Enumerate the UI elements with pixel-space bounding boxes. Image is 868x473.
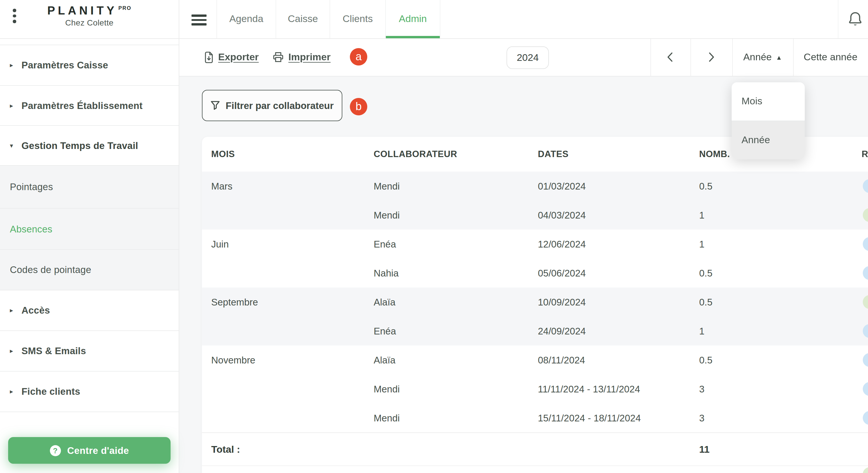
period-selector-button[interactable]: Année ▲ (732, 38, 793, 76)
year-display[interactable]: 2024 (506, 46, 549, 69)
status-dot-blue (863, 237, 868, 251)
export-button[interactable]: Exporter (204, 38, 259, 76)
sidebar-item-parametres-caisse[interactable]: ▸Paramètres Caisse (0, 45, 179, 86)
collaborator-cell: Mendi (374, 403, 400, 432)
sidebar-item-fiche-clients[interactable]: ▸Fiche clients (0, 372, 179, 412)
table-body: MarsMendi01/03/20240.5Mendi04/03/20241Ju… (202, 172, 868, 432)
days-count-cell: 0.5 (699, 259, 713, 288)
dates-cell: 01/03/2024 (538, 172, 586, 201)
table-total-row: Total : 11 (202, 432, 868, 466)
month-cell: Mars (211, 172, 232, 201)
print-label: Imprimer (288, 51, 331, 63)
collaborator-cell: Mendi (374, 201, 400, 230)
table-row[interactable]: Mendi15/11/2024 - 18/11/20243 (202, 403, 868, 432)
tab-agenda[interactable]: Agenda (216, 0, 276, 38)
table-row[interactable]: Nahia05/06/20240.5 (202, 259, 868, 288)
period-selector-label: Année (743, 51, 772, 63)
sidebar-border (179, 0, 179, 473)
collaborator-cell: Enéa (374, 316, 396, 345)
next-period-button[interactable] (708, 52, 715, 62)
days-count-cell: 0.5 (699, 172, 713, 201)
days-count-cell: 3 (699, 374, 704, 403)
annotation-marker-b: b (350, 98, 367, 115)
status-dot-blue (863, 179, 868, 193)
top-header: PLANITYPRO Chez Colette Agenda Caisse Cl… (0, 0, 868, 39)
sidebar-item-sms-emails[interactable]: ▸SMS & Emails (0, 331, 179, 372)
dropdown-option-annee[interactable]: Année (732, 121, 805, 159)
sidebar-item-label: Fiche clients (22, 386, 80, 397)
period-dropdown-menu: Mois Année (732, 82, 805, 159)
filter-by-collaborator-button[interactable]: Filtrer par collaborateur (202, 90, 342, 121)
tab-caisse[interactable]: Caisse (276, 0, 330, 38)
table-row[interactable]: Enéa24/09/20241 (202, 316, 868, 345)
chevron-right-icon: ▸ (10, 307, 16, 314)
dates-cell: 24/09/2024 (538, 316, 586, 345)
notifications-bell-icon[interactable] (848, 10, 863, 28)
hamburger-menu-icon[interactable] (191, 14, 207, 25)
column-header-nombre: NOMB. (699, 137, 730, 172)
status-dot-blue (863, 324, 868, 338)
sidebar-item-gestion-temps-de-travail[interactable]: ▾Gestion Temps de Travail (0, 126, 179, 166)
report-toolbar: Exporter Imprimer a 2024 Année ▲ Cette a… (179, 38, 868, 76)
month-cell: Juin (211, 230, 229, 259)
file-download-icon (204, 51, 214, 63)
annotation-marker-a: a (350, 48, 367, 66)
column-header-r: R (862, 137, 868, 172)
this-year-button[interactable]: Cette année (793, 38, 868, 76)
sidebar-item-pointages[interactable]: Pointages (0, 166, 179, 209)
dates-cell: 11/11/2024 - 13/11/2024 (538, 374, 640, 403)
chevron-right-icon: ▸ (10, 102, 16, 109)
dates-cell: 10/09/2024 (538, 288, 586, 316)
toolbar-divider (690, 38, 691, 76)
filter-button-label: Filtrer par collaborateur (226, 100, 334, 111)
filter-funnel-icon (211, 101, 220, 110)
sidebar-item-label: Codes de pointage (10, 264, 91, 275)
table-row[interactable]: Mendi04/03/20241 (202, 201, 868, 230)
question-mark-icon: ? (50, 445, 61, 456)
export-label: Exporter (218, 51, 259, 63)
sidebar-item-label: Pointages (10, 181, 53, 193)
table-row[interactable]: MarsMendi01/03/20240.5 (202, 172, 868, 201)
days-count-cell: 1 (699, 316, 704, 345)
sidebar-menu: ▸Paramètres Caisse▸Paramètres Établissem… (0, 45, 179, 412)
collaborator-cell: Enéa (374, 230, 396, 259)
total-label: Total : (211, 433, 240, 467)
table-overflow-row (202, 466, 868, 473)
tab-clients[interactable]: Clients (330, 0, 386, 38)
sidebar-item-codes-de-pointage[interactable]: Codes de pointage (0, 250, 179, 291)
days-count-cell: 0.5 (699, 345, 713, 374)
days-count-cell: 0.5 (699, 288, 713, 316)
sidebar-item-parametres-etablissement[interactable]: ▸Paramètres Établissement (0, 86, 179, 126)
status-dot-green (863, 208, 868, 222)
table-row[interactable]: Mendi11/11/2024 - 13/11/20243 (202, 374, 868, 403)
chevron-right-icon: ▸ (10, 62, 16, 69)
tab-admin[interactable]: Admin (386, 0, 440, 38)
status-dot-green (863, 467, 868, 473)
sidebar-item-label: Gestion Temps de Travail (22, 140, 138, 151)
print-button[interactable]: Imprimer (273, 38, 331, 76)
header-divider (838, 0, 838, 38)
toolbar-divider (650, 38, 651, 76)
logo-pro-tag: PRO (118, 5, 131, 11)
sidebar-item-absences[interactable]: Absences (0, 209, 179, 250)
app: PLANITYPRO Chez Colette Agenda Caisse Cl… (0, 0, 868, 473)
help-center-button[interactable]: ? Centre d'aide (8, 437, 170, 464)
dropdown-option-mois[interactable]: Mois (732, 82, 805, 121)
chevron-down-icon: ▾ (10, 142, 16, 149)
previous-period-button[interactable] (666, 52, 673, 62)
dates-cell: 08/11/2024 (538, 345, 585, 374)
logo-text: PLANITYPRO (0, 4, 179, 18)
status-dot-blue (863, 411, 868, 425)
table-row[interactable]: JuinEnéa12/06/20241 (202, 230, 868, 259)
collaborator-cell: Mendi (374, 374, 400, 403)
collaborator-cell: Alaïa (374, 345, 395, 374)
sidebar-item-label: Paramètres Établissement (22, 100, 143, 111)
caret-up-icon: ▲ (776, 54, 782, 61)
printer-icon (273, 52, 284, 63)
table-row[interactable]: NovembreAlaïa08/11/20240.5 (202, 345, 868, 374)
collaborator-cell: Nahia (374, 259, 399, 288)
sidebar-item-acces[interactable]: ▸Accès (0, 291, 179, 331)
days-count-cell: 3 (699, 403, 704, 432)
sidebar: ▸Paramètres Caisse▸Paramètres Établissem… (0, 38, 179, 473)
table-row[interactable]: SeptembreAlaïa10/09/20240.5 (202, 288, 868, 316)
